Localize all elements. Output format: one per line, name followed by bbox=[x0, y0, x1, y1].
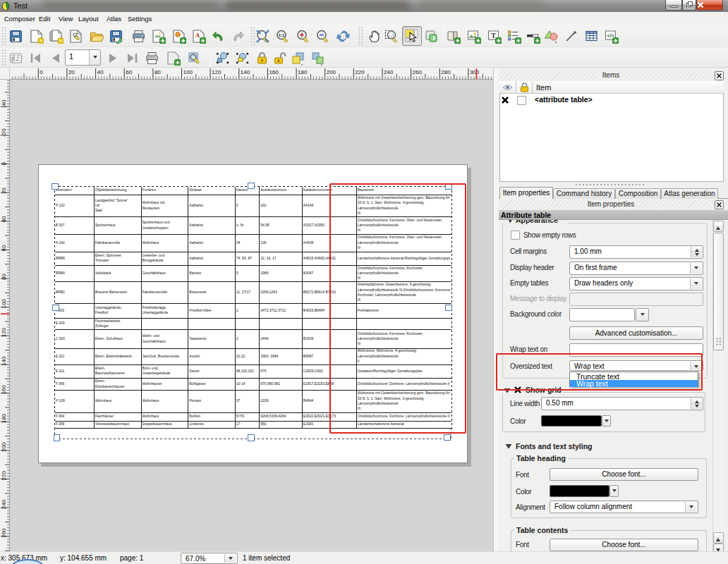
svg-text:220: 220 bbox=[355, 69, 365, 75]
svg-text:120: 120 bbox=[1, 327, 7, 337]
svg-text:240: 240 bbox=[1, 499, 7, 509]
svg-text:0: 0 bbox=[40, 69, 43, 75]
svg-text:140: 140 bbox=[241, 69, 250, 75]
svg-text:-40: -40 bbox=[1, 99, 7, 108]
svg-text:80: 80 bbox=[1, 274, 7, 280]
svg-text:60: 60 bbox=[1, 245, 7, 251]
svg-text:260: 260 bbox=[1, 528, 7, 538]
svg-text:220: 220 bbox=[1, 471, 7, 481]
svg-text:40: 40 bbox=[97, 69, 104, 75]
svg-text:A: A bbox=[195, 32, 200, 39]
svg-text:160: 160 bbox=[1, 385, 7, 395]
svg-text:240: 240 bbox=[384, 69, 394, 75]
svg-text:120: 120 bbox=[212, 69, 222, 75]
svg-text:20: 20 bbox=[1, 188, 7, 194]
svg-text:180: 180 bbox=[1, 413, 7, 423]
svg-text:80: 80 bbox=[154, 69, 161, 75]
svg-text:300: 300 bbox=[470, 69, 480, 75]
svg-text:0: 0 bbox=[1, 162, 7, 166]
svg-text:1:1: 1:1 bbox=[279, 33, 285, 37]
svg-text:40: 40 bbox=[1, 216, 7, 222]
svg-text:T: T bbox=[491, 32, 496, 39]
svg-text:20: 20 bbox=[68, 69, 75, 75]
svg-text:200: 200 bbox=[327, 69, 336, 75]
svg-text:100: 100 bbox=[183, 69, 193, 75]
svg-text:260: 260 bbox=[413, 69, 423, 75]
svg-text:180: 180 bbox=[298, 69, 308, 75]
svg-text:60: 60 bbox=[126, 69, 132, 75]
svg-text:100: 100 bbox=[1, 299, 7, 309]
svg-text:</>: </> bbox=[607, 33, 614, 38]
svg-text:-20: -20 bbox=[1, 128, 7, 137]
svg-text:200: 200 bbox=[1, 442, 7, 452]
svg-text:140: 140 bbox=[1, 356, 7, 366]
svg-text:160: 160 bbox=[269, 69, 279, 75]
svg-text:280: 280 bbox=[441, 69, 451, 75]
